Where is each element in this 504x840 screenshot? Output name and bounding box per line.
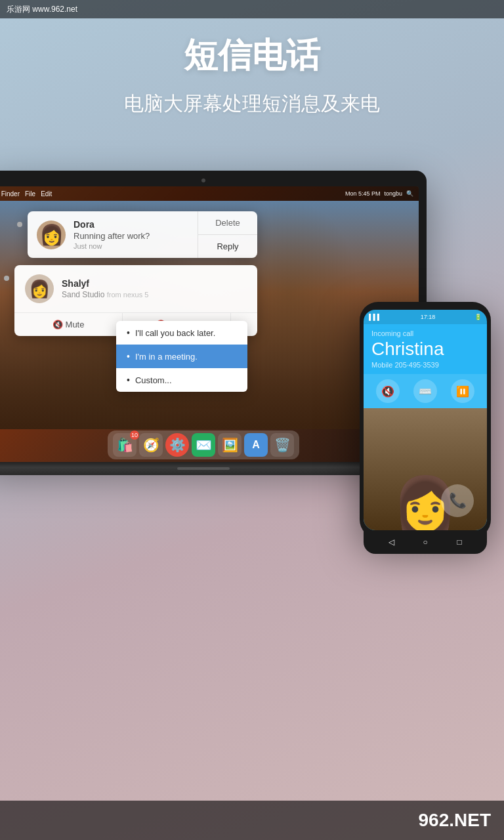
dropdown-item-2[interactable]: I'm in a meeting. xyxy=(116,345,247,368)
notif-time: Just now xyxy=(74,242,188,250)
notif-message: Running after work? xyxy=(74,231,188,241)
dora-avatar: 👩 xyxy=(37,220,66,249)
notif-sender-name: Dora xyxy=(74,219,188,230)
phone-screen: ▌▌▌ 17:18 🔋 Incoming call Christina Mobi… xyxy=(364,310,487,530)
dropdown-item-1[interactable]: I'll call you back later. xyxy=(116,321,247,345)
from-device: from nexus 5 xyxy=(107,291,149,299)
dropdown-item-3[interactable]: Custom... xyxy=(116,368,247,392)
phone-battery-icon: 🔋 xyxy=(474,314,482,320)
dock-app-icon-5[interactable]: 🖼️ xyxy=(218,433,242,457)
phone-home-btn[interactable]: ○ xyxy=(419,536,432,549)
phone-signal-icon: ▌▌▌ xyxy=(369,314,381,320)
mac-desktop:  Finder File Edit Mon 5:45 PM tongbu 🔍 xyxy=(0,186,419,462)
notif-dot-1 xyxy=(17,222,22,227)
phone-hold-icon: ⏸️ xyxy=(456,385,469,398)
watermark-bottom-content: 962.NET xyxy=(419,810,492,831)
dock-app-icon-4[interactable]: ✉️ xyxy=(192,433,215,457)
phone-time: 17:18 xyxy=(421,314,436,320)
incoming-label: Incoming call xyxy=(371,329,479,337)
answer-phone-icon: 📞 xyxy=(449,492,467,509)
notif-text-content: Dora Running after work? Just now xyxy=(74,219,188,250)
main-title: 短信电话 xyxy=(0,33,504,79)
mac-menubar:  Finder File Edit Mon 5:45 PM tongbu 🔍 xyxy=(0,186,419,201)
notif-dot-2 xyxy=(4,276,9,281)
watermark-logo: 962.NET xyxy=(419,810,492,831)
quick-reply-dropdown: I'll call you back later. I'm in a meeti… xyxy=(116,321,247,392)
phone-hold-btn[interactable]: ⏸️ xyxy=(451,379,474,403)
phone-frame: ▌▌▌ 17:18 🔋 Incoming call Christina Mobi… xyxy=(360,302,491,538)
phone-mute-btn[interactable]: 🔇 xyxy=(376,379,400,403)
menubar-edit: Edit xyxy=(41,190,52,198)
phone-caller-name: Christina xyxy=(371,339,479,360)
header-section: 短信电话 电脑大屏幕处理短消息及来电 xyxy=(0,0,504,137)
watermark-top: 乐游网 www.962.net xyxy=(0,0,504,18)
phone-keypad-btn[interactable]: ⌨️ xyxy=(413,379,437,403)
dock-icon-messages: ✉️ xyxy=(192,433,215,457)
menubar-app: Finder xyxy=(1,190,20,198)
caller-studio: Sand Studio from nexus 5 xyxy=(62,290,247,299)
phone-nav-bar: ◁ ○ □ xyxy=(364,530,487,554)
phone-status-bar: ▌▌▌ 17:18 🔋 xyxy=(364,310,487,324)
dock-app-icon-7[interactable]: 🗑️ xyxy=(270,433,294,457)
phone-photo-area: 👩 📞 xyxy=(364,408,487,530)
dock-icon-appstore2: A xyxy=(244,433,268,457)
reply-button[interactable]: Reply xyxy=(198,234,257,258)
mac-dock: 🛍️ 10 🧭 ⚙️ ✉️ 🖼️ xyxy=(108,430,299,459)
menubar-file: File xyxy=(25,190,35,198)
call-notif-header: 👩 Shalyf Sand Studio from nexus 5 xyxy=(14,265,257,312)
phone-wrapper: ▌▌▌ 17:18 🔋 Incoming call Christina Mobi… xyxy=(360,302,491,538)
dock-app-icon-3[interactable]: ⚙️ xyxy=(165,433,189,457)
phone-call-actions: 🔇 ⌨️ ⏸️ xyxy=(364,374,487,408)
watermark-top-text: 乐游网 www.962.net xyxy=(7,4,77,15)
shalyf-avatar-face: 👩 xyxy=(29,279,50,299)
dock-app-icon-1[interactable]: 🛍️ 10 xyxy=(113,433,136,457)
phone-keypad-icon: ⌨️ xyxy=(419,385,432,398)
dock-icon-chrome: ⚙️ xyxy=(165,433,189,457)
delete-button[interactable]: Delete xyxy=(198,211,257,234)
dock-icon-safari: 🧭 xyxy=(139,433,163,457)
studio-name: Sand Studio xyxy=(62,290,104,299)
notif-main-content: 👩 Dora Running after work? Just now xyxy=(28,211,198,258)
phone-mute-icon: 🔇 xyxy=(381,385,394,398)
notif-row-1: 👩 Dora Running after work? Just now Dele… xyxy=(28,211,257,258)
macbook-screen:  Finder File Edit Mon 5:45 PM tongbu 🔍 xyxy=(0,186,419,462)
dora-avatar-face: 👩 xyxy=(39,223,64,246)
menubar-time: Mon 5:45 PM xyxy=(345,190,381,197)
menubar-user: tongbu xyxy=(384,190,402,197)
mac-menubar-left:  Finder File Edit xyxy=(0,190,52,198)
shalyf-avatar: 👩 xyxy=(25,274,54,303)
watermark-bottom: 962.NET xyxy=(0,801,504,840)
macbook-camera xyxy=(201,178,205,182)
phone-caller-mobile: Mobile 205·495·3539 xyxy=(371,361,479,369)
mac-menubar-right: Mon 5:45 PM tongbu 🔍 xyxy=(345,190,413,197)
menubar-search-icon: 🔍 xyxy=(406,190,413,197)
caller-name: Shalyf xyxy=(62,278,247,289)
notif-actions: Delete Reply xyxy=(198,211,257,258)
call-notif-info: Shalyf Sand Studio from nexus 5 xyxy=(62,278,247,299)
dock-icon-trash: 🗑️ xyxy=(270,433,294,457)
phone-answer-btn[interactable]: 📞 xyxy=(441,484,474,517)
sub-title: 电脑大屏幕处理短消息及来电 xyxy=(0,91,504,117)
dock-icon-photos: 🖼️ xyxy=(218,433,242,457)
mute-button[interactable]: 🔇 Mute xyxy=(14,313,123,336)
dock-app-icon-2[interactable]: 🧭 xyxy=(139,433,163,457)
app-badge: 10 xyxy=(130,430,139,440)
phone-call-info: Incoming call Christina Mobile 205·495·3… xyxy=(364,324,487,374)
mute-icon: 🔇 xyxy=(52,320,63,329)
dock-app-icon-6[interactable]: A xyxy=(244,433,268,457)
sms-notification-card: 👩 Dora Running after work? Just now Dele… xyxy=(28,211,257,258)
phone-recent-btn[interactable]: □ xyxy=(453,536,466,549)
phone-back-btn[interactable]: ◁ xyxy=(385,536,398,549)
